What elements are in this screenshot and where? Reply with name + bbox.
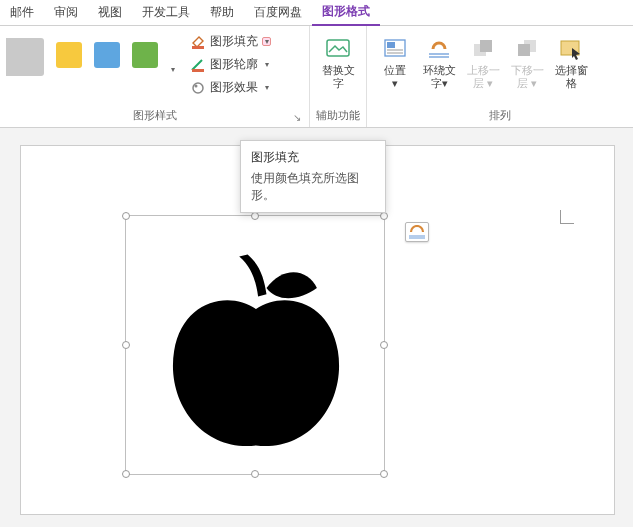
shape-selection-box[interactable] — [125, 215, 385, 475]
resize-handle-r[interactable] — [380, 341, 388, 349]
group-shape-styles: ▾ 图形填充 ▾ 图形轮廓 ▾ 图形效果 ▾ — [0, 26, 310, 127]
selection-pane-button[interactable]: 选择窗格 — [549, 32, 593, 94]
alt-text-button[interactable]: 替换文字 — [316, 32, 360, 94]
menu-mail[interactable]: 邮件 — [0, 0, 44, 25]
selection-pane-label: 选择窗格 — [551, 64, 591, 90]
svg-rect-1 — [192, 69, 204, 72]
resize-handle-b[interactable] — [251, 470, 259, 478]
ribbon: ▾ 图形填充 ▾ 图形轮廓 ▾ 图形效果 ▾ — [0, 26, 633, 128]
styles-gallery-more[interactable]: ▾ — [168, 65, 177, 74]
group-arrange: 位置▾ 环绕文字▾ 上移一层 ▾ 下移一层 ▾ 选择窗格 排列 — [367, 26, 633, 127]
send-backward-icon — [513, 36, 541, 62]
outline-icon — [190, 57, 206, 73]
shape-effects-label: 图形效果 — [210, 79, 258, 96]
svg-rect-12 — [480, 40, 492, 52]
bring-forward-label: 上移一层 ▾ — [463, 64, 503, 90]
shape-outline-label: 图形轮廓 — [210, 56, 258, 73]
bring-forward-icon — [469, 36, 497, 62]
svg-point-3 — [195, 84, 198, 87]
svg-rect-14 — [518, 44, 530, 56]
menu-view[interactable]: 视图 — [88, 0, 132, 25]
position-icon — [381, 36, 409, 62]
send-backward-button[interactable]: 下移一层 ▾ — [505, 32, 549, 94]
shape-effects-button[interactable]: 图形效果 ▾ — [187, 78, 274, 97]
shape-outline-dropdown[interactable]: ▾ — [262, 60, 271, 69]
style-swatch-gray[interactable] — [6, 38, 44, 76]
alt-text-icon — [324, 36, 352, 62]
layout-options-chip[interactable] — [405, 222, 429, 242]
position-label: 位置▾ — [384, 64, 406, 90]
resize-handle-t[interactable] — [251, 212, 259, 220]
resize-handle-bl[interactable] — [122, 470, 130, 478]
shape-fill-label: 图形填充 — [210, 33, 258, 50]
wrap-text-button[interactable]: 环绕文字▾ — [417, 32, 461, 94]
shape-effects-dropdown[interactable]: ▾ — [262, 83, 271, 92]
resize-handle-br[interactable] — [380, 470, 388, 478]
group-label-arrange: 排列 — [373, 106, 627, 127]
layout-options-icon — [408, 225, 426, 239]
bring-forward-button[interactable]: 上移一层 ▾ — [461, 32, 505, 94]
group-label-accessibility: 辅助功能 — [316, 106, 360, 127]
wrap-text-icon — [425, 36, 453, 62]
alt-text-label: 替换文字 — [318, 64, 358, 90]
selection-pane-icon — [557, 36, 585, 62]
shape-fill-tooltip: 图形填充 使用颜色填充所选图形。 — [240, 140, 386, 213]
effects-icon — [190, 80, 206, 96]
shape-outline-button[interactable]: 图形轮廓 ▾ — [187, 55, 274, 74]
text-cursor-mark — [560, 210, 574, 224]
menu-dev[interactable]: 开发工具 — [132, 0, 200, 25]
svg-rect-0 — [192, 46, 204, 49]
svg-rect-6 — [387, 42, 395, 48]
group-accessibility: 替换文字 辅助功能 — [310, 26, 367, 127]
menu-netdisk[interactable]: 百度网盘 — [244, 0, 312, 25]
position-button[interactable]: 位置▾ — [373, 32, 417, 94]
apple-shape[interactable] — [151, 246, 361, 456]
menubar: 邮件 审阅 视图 开发工具 帮助 百度网盘 图形格式 — [0, 0, 633, 26]
tooltip-title: 图形填充 — [251, 149, 375, 166]
fill-icon — [190, 34, 206, 50]
tooltip-body: 使用颜色填充所选图形。 — [251, 170, 375, 204]
svg-point-2 — [193, 83, 203, 93]
style-swatch-yellow[interactable] — [56, 42, 82, 68]
style-swatch-blue[interactable] — [94, 42, 120, 68]
resize-handle-tr[interactable] — [380, 212, 388, 220]
send-backward-label: 下移一层 ▾ — [507, 64, 547, 90]
menu-review[interactable]: 审阅 — [44, 0, 88, 25]
wrap-text-label: 环绕文字▾ — [419, 64, 459, 90]
style-swatch-green[interactable] — [132, 42, 158, 68]
resize-handle-tl[interactable] — [122, 212, 130, 220]
shape-fill-button[interactable]: 图形填充 ▾ — [187, 32, 274, 51]
group-label-styles: 图形样式 ↘ — [6, 106, 303, 127]
shape-fill-dropdown[interactable]: ▾ — [262, 37, 271, 46]
menu-shape-format[interactable]: 图形格式 — [312, 0, 380, 26]
styles-launcher-icon[interactable]: ↘ — [293, 112, 301, 123]
menu-help[interactable]: 帮助 — [200, 0, 244, 25]
resize-handle-l[interactable] — [122, 341, 130, 349]
